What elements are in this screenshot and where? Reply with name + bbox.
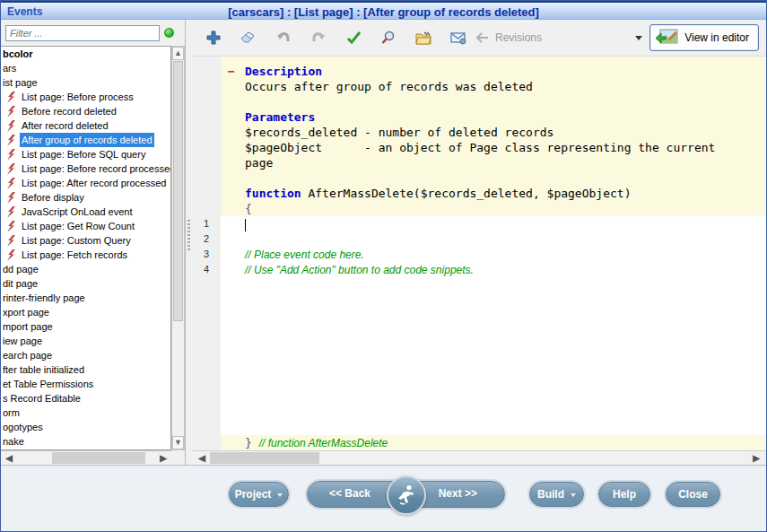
view-in-editor-button[interactable]: View in editor [649, 24, 759, 51]
line-number-gutter [192, 186, 221, 201]
back-button[interactable]: << Back [329, 487, 370, 500]
doc-line: page [192, 155, 766, 170]
tree-item[interactable]: List page: Before process [1, 90, 170, 104]
tree-item[interactable]: s Record Editable [1, 391, 170, 406]
tree-item[interactable]: earch page [1, 348, 170, 362]
event-lightning-icon [5, 206, 17, 218]
doc-line: function AfterMassDelete($records_delete… [192, 186, 766, 201]
event-lightning-icon [5, 106, 17, 118]
tree-item[interactable]: orm [1, 406, 170, 420]
scroll-right-icon[interactable]: ▶ [750, 452, 763, 464]
doc-line [192, 170, 766, 186]
tree-item-label: Before record deleted [20, 104, 118, 118]
scrollbar-thumb[interactable] [52, 452, 145, 464]
tree-item-label: earch page [1, 348, 54, 362]
code-editor[interactable]: −DescriptionOccurs after group of record… [192, 56, 766, 450]
tree-item[interactable]: JavaScript OnLoad event [1, 205, 170, 219]
tree-item[interactable]: bcolor [1, 47, 170, 61]
envelope-icon [450, 31, 466, 45]
tree-item[interactable]: rinter-friendly page [1, 291, 170, 305]
tree-item[interactable]: xport page [1, 305, 170, 319]
tree-item[interactable]: After group of records deleted [1, 133, 170, 147]
line-number-gutter [192, 201, 221, 216]
event-lightning-icon [5, 192, 17, 204]
scroll-left-icon[interactable]: ◀ [196, 452, 208, 464]
tree-item[interactable]: ars [1, 61, 170, 75]
tree-item[interactable]: dd page [1, 262, 170, 276]
tree-item-label: Before display [20, 190, 86, 205]
tree-item[interactable]: mport page [1, 319, 170, 334]
doc-line: −Description [192, 64, 766, 79]
tree-item[interactable]: List page: Custom Query [1, 233, 170, 248]
doc-line: } // function AfterMassDelete [192, 435, 766, 450]
scroll-left-icon[interactable]: ◀ [3, 452, 15, 464]
sidebar-horizontal-scrollbar[interactable]: ◀ ▶ [1, 450, 171, 465]
tree-item[interactable]: List page: Before record processed [1, 161, 170, 176]
doc-line [192, 57, 766, 64]
undo-icon [276, 31, 291, 44]
tree-item-label: ogotypes [1, 420, 45, 434]
line-number-gutter: 3 [192, 247, 221, 262]
editor-horizontal-scrollbar[interactable]: ◀ ▶ [192, 450, 766, 465]
line-number-gutter [192, 140, 221, 155]
build-button[interactable]: Build [529, 482, 584, 507]
tree-item[interactable]: ogotypes [1, 420, 170, 434]
revisions-button[interactable]: Revisions [475, 31, 542, 44]
event-lightning-icon [5, 92, 17, 103]
add-action-button[interactable] [200, 25, 227, 50]
clear-event-button[interactable] [235, 25, 262, 50]
code-line [192, 277, 766, 435]
scroll-up-icon[interactable]: ▲ [172, 47, 184, 60]
open-snippets-button[interactable] [410, 25, 437, 50]
scroll-right-icon[interactable]: ▶ [157, 452, 170, 464]
email-settings-button[interactable] [445, 25, 472, 50]
tree-item-label: s Record Editable [1, 391, 83, 406]
doc-line [192, 94, 766, 109]
tree-item[interactable]: Before display [1, 190, 170, 205]
line-number-gutter [192, 64, 221, 79]
sidebar-vertical-scrollbar[interactable]: ▲ ▼ [171, 46, 185, 450]
tree-item[interactable]: et Table Permissions [1, 377, 170, 391]
doc-line: Occurs after group of records was delete… [192, 79, 766, 94]
help-button[interactable]: Help [598, 482, 650, 507]
line-number-gutter [192, 435, 221, 450]
redo-button[interactable] [305, 25, 332, 50]
tree-item-label: List page: Custom Query [20, 233, 133, 248]
search-button[interactable] [375, 25, 402, 50]
tree-item[interactable]: nake [1, 434, 170, 449]
tree-item[interactable]: List page: Fetch records [1, 248, 170, 262]
chevron-down-icon[interactable] [635, 36, 642, 40]
tree-item-label: List page: Fetch records [20, 248, 129, 262]
panel-splitter[interactable] [186, 20, 192, 465]
events-tree[interactable]: bcolorarsist pageList page: Before proce… [1, 46, 171, 450]
run-button[interactable] [387, 475, 426, 515]
check-syntax-button[interactable] [340, 25, 367, 50]
scrollbar-thumb[interactable] [173, 61, 183, 321]
line-number-gutter [192, 170, 221, 186]
eraser-icon [240, 31, 257, 44]
tree-item[interactable]: fter table initialized [1, 362, 170, 377]
text-caret [245, 219, 246, 231]
project-button[interactable]: Project [229, 482, 289, 507]
tree-item[interactable]: dit page [1, 276, 170, 291]
tree-item[interactable]: List page: Get Row Count [1, 219, 170, 233]
tree-item[interactable]: Before record deleted [1, 104, 170, 118]
filter-input[interactable] [5, 25, 160, 41]
close-button[interactable]: Close [666, 482, 720, 507]
tree-item[interactable]: After record deleted [1, 118, 170, 133]
line-number-gutter [192, 94, 221, 109]
tree-item[interactable]: List page: After record processed [1, 176, 170, 190]
tree-item[interactable]: iew page [1, 334, 170, 348]
doc-line: Parameters [192, 109, 766, 125]
fold-collapse-icon[interactable]: − [228, 64, 235, 79]
scroll-down-icon[interactable]: ▼ [172, 436, 184, 449]
events-sidebar: bcolorarsist pageList page: Before proce… [1, 20, 186, 465]
undo-button[interactable] [270, 25, 297, 50]
tree-item-label: xport page [1, 305, 51, 319]
folder-icon [415, 31, 431, 45]
tree-item-label: List page: Before process [20, 90, 135, 104]
tree-item[interactable]: ist page [1, 75, 170, 90]
tree-item[interactable]: List page: Before SQL query [1, 147, 170, 161]
scrollbar-thumb[interactable] [210, 452, 319, 464]
next-button[interactable]: Next >> [439, 487, 477, 500]
